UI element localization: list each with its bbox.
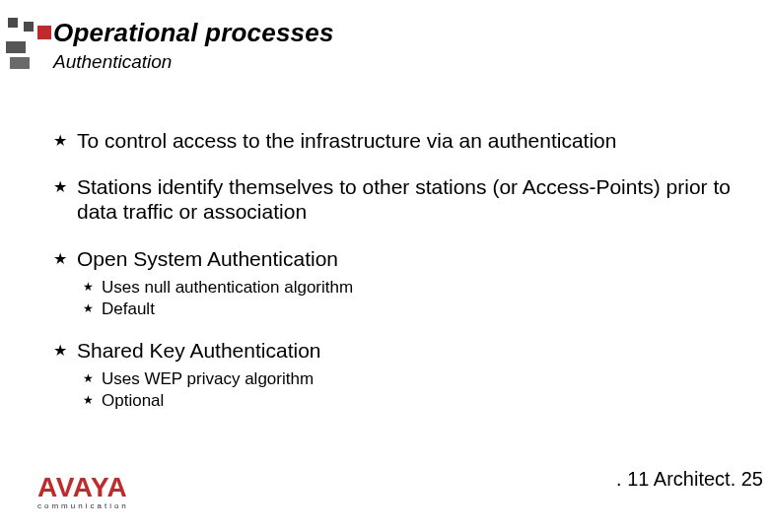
sub-bullet-list: ★ Uses WEP privacy algorithm ★ Optional (83, 368, 739, 412)
bullet-item: ★ Stations identify themselves to other … (53, 174, 739, 224)
bullet-text: Shared Key Authentication (77, 338, 739, 363)
star-icon: ★ (83, 371, 94, 387)
bullet-text: To control access to the infrastructure … (77, 128, 739, 153)
bullet-text: Open System Authentication (77, 246, 739, 271)
slide-footer: AVAYA communication . 11 Architect. 25 (0, 465, 769, 514)
bullet-item: ★ Shared Key Authentication (53, 338, 739, 363)
slide-title: Operational processes (53, 18, 334, 48)
star-icon: ★ (53, 131, 67, 150)
sub-bullet-text: Uses null authentication algorithm (102, 277, 353, 299)
sub-bullet-text: Optional (102, 390, 164, 412)
sub-bullet-text: Default (102, 299, 155, 320)
brand-tagline: communication (37, 501, 129, 510)
square-icon (6, 41, 26, 53)
sub-bullet-list: ★ Uses null authentication algorithm ★ D… (83, 277, 739, 320)
star-icon: ★ (83, 393, 94, 409)
bullet-item: ★ To control access to the infrastructur… (53, 128, 739, 153)
slide: Operational processes Authentication ★ T… (0, 0, 769, 532)
star-icon: ★ (83, 280, 94, 296)
brand-name: AVAYA (37, 472, 131, 503)
sub-bullet-text: Uses WEP privacy algorithm (102, 368, 314, 390)
brand-logo: AVAYA communication (37, 472, 131, 510)
star-icon: ★ (83, 301, 94, 317)
decorative-squares (6, 18, 53, 77)
square-icon (10, 57, 30, 69)
square-icon (37, 26, 51, 39)
star-icon: ★ (53, 177, 67, 196)
slide-subtitle: Authentication (53, 51, 172, 73)
square-icon (24, 22, 34, 32)
sub-bullet-item: ★ Optional (83, 390, 739, 412)
sub-bullet-item: ★ Default (83, 299, 739, 320)
sub-bullet-item: ★ Uses WEP privacy algorithm (83, 368, 739, 390)
bullet-text: Stations identify themselves to other st… (77, 174, 739, 224)
slide-body: ★ To control access to the infrastructur… (53, 128, 739, 430)
sub-bullet-item: ★ Uses null authentication algorithm (83, 277, 739, 299)
square-icon (8, 18, 18, 28)
star-icon: ★ (53, 249, 67, 268)
footer-page-info: . 11 Architect. 25 (616, 468, 763, 491)
bullet-item: ★ Open System Authentication (53, 246, 739, 271)
star-icon: ★ (53, 341, 67, 360)
